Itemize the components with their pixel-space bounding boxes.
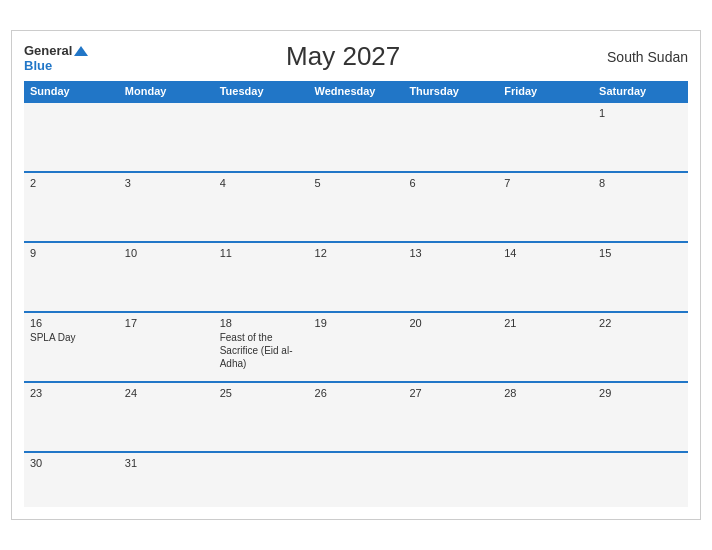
weekday-header-friday: Friday xyxy=(498,81,593,102)
calendar-cell xyxy=(403,452,498,507)
day-number: 27 xyxy=(409,387,492,399)
calendar-cell: 10 xyxy=(119,242,214,312)
calendar-cell: 30 xyxy=(24,452,119,507)
day-number: 25 xyxy=(220,387,303,399)
calendar-cell: 5 xyxy=(309,172,404,242)
logo-blue: Blue xyxy=(24,59,88,73)
weekday-header-thursday: Thursday xyxy=(403,81,498,102)
day-number: 31 xyxy=(125,457,208,469)
day-number: 15 xyxy=(599,247,682,259)
calendar-cell: 29 xyxy=(593,382,688,452)
day-number: 29 xyxy=(599,387,682,399)
calendar-cell: 23 xyxy=(24,382,119,452)
day-number: 7 xyxy=(504,177,587,189)
calendar-cell xyxy=(214,102,309,172)
calendar-cell: 3 xyxy=(119,172,214,242)
day-number: 4 xyxy=(220,177,303,189)
calendar-cell: 27 xyxy=(403,382,498,452)
calendar-cell: 15 xyxy=(593,242,688,312)
calendar-country: South Sudan xyxy=(598,49,688,65)
day-number: 16 xyxy=(30,317,113,329)
calendar-cell: 17 xyxy=(119,312,214,382)
calendar-cell: 11 xyxy=(214,242,309,312)
day-number: 6 xyxy=(409,177,492,189)
logo-general: General xyxy=(24,41,88,59)
calendar-cell: 13 xyxy=(403,242,498,312)
calendar-cell: 16SPLA Day xyxy=(24,312,119,382)
day-number: 10 xyxy=(125,247,208,259)
calendar-cell: 12 xyxy=(309,242,404,312)
day-number: 1 xyxy=(599,107,682,119)
day-number: 5 xyxy=(315,177,398,189)
calendar-cell xyxy=(214,452,309,507)
calendar-cell: 24 xyxy=(119,382,214,452)
day-number: 28 xyxy=(504,387,587,399)
calendar-week-row: 23242526272829 xyxy=(24,382,688,452)
event-label: SPLA Day xyxy=(30,332,76,343)
calendar-title: May 2027 xyxy=(88,41,598,72)
day-number: 26 xyxy=(315,387,398,399)
calendar-cell: 21 xyxy=(498,312,593,382)
weekday-header-row: SundayMondayTuesdayWednesdayThursdayFrid… xyxy=(24,81,688,102)
calendar-cell: 1 xyxy=(593,102,688,172)
day-number: 8 xyxy=(599,177,682,189)
day-number: 21 xyxy=(504,317,587,329)
calendar-cell xyxy=(403,102,498,172)
day-number: 23 xyxy=(30,387,113,399)
day-number: 20 xyxy=(409,317,492,329)
day-number: 19 xyxy=(315,317,398,329)
calendar-cell: 8 xyxy=(593,172,688,242)
calendar-cell: 20 xyxy=(403,312,498,382)
calendar-cell: 18Feast of the Sacrifice (Eid al-Adha) xyxy=(214,312,309,382)
calendar-grid: SundayMondayTuesdayWednesdayThursdayFrid… xyxy=(24,81,688,507)
calendar-cell: 14 xyxy=(498,242,593,312)
day-number: 12 xyxy=(315,247,398,259)
weekday-header-wednesday: Wednesday xyxy=(309,81,404,102)
calendar-cell xyxy=(593,452,688,507)
calendar-cell: 2 xyxy=(24,172,119,242)
day-number: 11 xyxy=(220,247,303,259)
calendar-cell xyxy=(309,102,404,172)
calendar-cell: 4 xyxy=(214,172,309,242)
calendar-cell: 26 xyxy=(309,382,404,452)
calendar-cell: 19 xyxy=(309,312,404,382)
logo: General Blue xyxy=(24,41,88,73)
calendar-cell xyxy=(498,102,593,172)
calendar-week-row: 16SPLA Day1718Feast of the Sacrifice (Ei… xyxy=(24,312,688,382)
calendar-cell xyxy=(309,452,404,507)
day-number: 17 xyxy=(125,317,208,329)
calendar-week-row: 1 xyxy=(24,102,688,172)
calendar-week-row: 2345678 xyxy=(24,172,688,242)
event-label: Feast of the Sacrifice (Eid al-Adha) xyxy=(220,332,293,369)
calendar-cell: 7 xyxy=(498,172,593,242)
calendar-cell: 31 xyxy=(119,452,214,507)
day-number: 13 xyxy=(409,247,492,259)
day-number: 9 xyxy=(30,247,113,259)
day-number: 24 xyxy=(125,387,208,399)
calendar-cell: 6 xyxy=(403,172,498,242)
day-number: 18 xyxy=(220,317,303,329)
calendar-container: General Blue May 2027 South Sudan Sunday… xyxy=(11,30,701,520)
calendar-cell: 22 xyxy=(593,312,688,382)
day-number: 22 xyxy=(599,317,682,329)
weekday-header-monday: Monday xyxy=(119,81,214,102)
weekday-header-tuesday: Tuesday xyxy=(214,81,309,102)
calendar-week-row: 9101112131415 xyxy=(24,242,688,312)
weekday-header-sunday: Sunday xyxy=(24,81,119,102)
day-number: 2 xyxy=(30,177,113,189)
calendar-header: General Blue May 2027 South Sudan xyxy=(24,41,688,73)
calendar-cell: 25 xyxy=(214,382,309,452)
calendar-cell: 28 xyxy=(498,382,593,452)
day-number: 30 xyxy=(30,457,113,469)
calendar-cell xyxy=(119,102,214,172)
calendar-week-row: 3031 xyxy=(24,452,688,507)
day-number: 3 xyxy=(125,177,208,189)
logo-triangle-icon xyxy=(74,46,88,56)
calendar-cell: 9 xyxy=(24,242,119,312)
weekday-header-saturday: Saturday xyxy=(593,81,688,102)
day-number: 14 xyxy=(504,247,587,259)
calendar-cell xyxy=(24,102,119,172)
calendar-cell xyxy=(498,452,593,507)
